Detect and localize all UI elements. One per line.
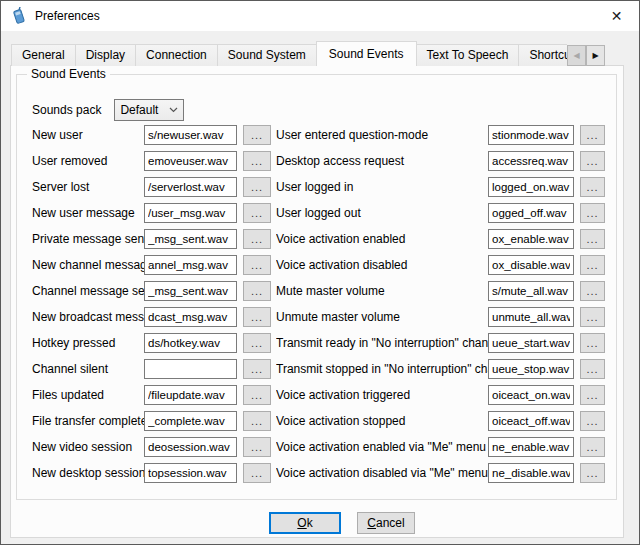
sound-file-input-right[interactable] (488, 385, 574, 405)
sounds-pack-select[interactable]: Default (114, 99, 184, 121)
browse-button-left[interactable]: ... (243, 463, 271, 483)
cancel-button[interactable]: Cancel (357, 512, 415, 534)
browse-button-right[interactable]: ... (580, 125, 605, 145)
event-label-right: Transmit ready in "No interruption" chan… (276, 333, 488, 353)
event-label-left: Hotkey pressed (32, 333, 144, 353)
sound-file-input-left[interactable] (144, 385, 237, 405)
event-label-right: Desktop access request (276, 151, 488, 171)
browse-button-left[interactable]: ... (243, 151, 271, 171)
browse-button-right[interactable]: ... (580, 437, 605, 457)
tab-scroll-left-button[interactable]: ◀ (567, 45, 586, 66)
browse-button-right[interactable]: ... (580, 333, 605, 353)
sound-file-input-right[interactable] (488, 411, 574, 431)
sound-file-input-right[interactable] (488, 437, 574, 457)
titlebar[interactable]: Preferences ✕ (1, 1, 639, 31)
browse-button-right[interactable]: ... (580, 177, 605, 197)
sound-file-input-left[interactable] (144, 229, 237, 249)
sounds-pack-label: Sounds pack (32, 103, 101, 117)
browse-button-left[interactable]: ... (243, 333, 271, 353)
ok-button[interactable]: Ok (269, 512, 341, 534)
sound-file-input-left[interactable] (144, 125, 237, 145)
sound-file-input-right[interactable] (488, 463, 574, 483)
browse-button-left[interactable]: ... (243, 229, 271, 249)
tab-display[interactable]: Display (75, 44, 136, 66)
browse-button-right[interactable]: ... (580, 307, 605, 327)
sound-event-row: Channel message sent ... Mute master vol… (17, 281, 616, 301)
event-label-right: Voice activation stopped (276, 411, 488, 431)
browse-button-left[interactable]: ... (243, 385, 271, 405)
sound-event-row: Server lost ... User logged in ... (17, 177, 616, 197)
sound-file-input-left[interactable] (144, 151, 237, 171)
browse-button-left[interactable]: ... (243, 359, 271, 379)
event-label-right: Unmute master volume (276, 307, 488, 327)
sound-file-input-left[interactable] (144, 255, 237, 275)
sound-file-input-left[interactable] (144, 463, 237, 483)
browse-button-right[interactable]: ... (580, 411, 605, 431)
sound-file-input-right[interactable] (488, 281, 574, 301)
event-label-right: Mute master volume (276, 281, 488, 301)
sound-file-input-right[interactable] (488, 177, 574, 197)
tab-connection[interactable]: Connection (135, 44, 218, 66)
event-label-right: Transmit stopped in "No interruption" ch… (276, 359, 488, 379)
browse-button-left[interactable]: ... (243, 255, 271, 275)
arrow-right-icon: ▶ (592, 51, 598, 60)
browse-button-right[interactable]: ... (580, 203, 605, 223)
tab-text-to-speech[interactable]: Text To Speech (416, 44, 520, 66)
preferences-window: Preferences ✕ GeneralDisplayConnectionSo… (0, 0, 640, 545)
sound-file-input-left[interactable] (144, 307, 237, 327)
browse-button-left[interactable]: ... (243, 411, 271, 431)
sound-file-input-right[interactable] (488, 151, 574, 171)
browse-button-left[interactable]: ... (243, 281, 271, 301)
sound-event-rows: New user ... User entered question-mode … (17, 125, 616, 489)
browse-button-left[interactable]: ... (243, 177, 271, 197)
window-title: Preferences (35, 9, 100, 23)
browse-button-right[interactable]: ... (580, 255, 605, 275)
browse-button-right[interactable]: ... (580, 385, 605, 405)
sound-file-input-right[interactable] (488, 307, 574, 327)
event-label-left: New desktop session (32, 463, 144, 483)
sound-file-input-right[interactable] (488, 125, 574, 145)
browse-button-left[interactable]: ... (243, 437, 271, 457)
tab-sound-events[interactable]: Sound Events (316, 41, 417, 66)
browse-button-left[interactable]: ... (243, 125, 271, 145)
browse-button-right[interactable]: ... (580, 463, 605, 483)
sound-file-input-left[interactable] (144, 437, 237, 457)
tab-general[interactable]: General (11, 44, 76, 66)
event-label-left: New user (32, 125, 144, 145)
sound-event-row: New desktop session ... Voice activation… (17, 463, 616, 483)
event-label-right: User logged out (276, 203, 488, 223)
browse-button-right[interactable]: ... (580, 359, 605, 379)
sound-event-row: Files updated ... Voice activation trigg… (17, 385, 616, 405)
app-icon (10, 7, 27, 25)
event-label-right: Voice activation enabled (276, 229, 488, 249)
tab-sound-system[interactable]: Sound System (217, 44, 317, 66)
event-label-right: Voice activation enabled via "Me" menu (276, 437, 488, 457)
event-label-right: User logged in (276, 177, 488, 197)
sound-file-input-left[interactable] (144, 177, 237, 197)
sound-file-input-right[interactable] (488, 359, 574, 379)
event-label-left: New video session (32, 437, 144, 457)
sound-file-input-right[interactable] (488, 333, 574, 353)
sound-file-input-left[interactable] (144, 333, 237, 353)
sound-event-row: New user ... User entered question-mode … (17, 125, 616, 145)
event-label-left: Private message sent (32, 229, 144, 249)
browse-button-right[interactable]: ... (580, 151, 605, 171)
tab-scroll-right-button[interactable]: ▶ (586, 45, 605, 66)
sound-file-input-left[interactable] (144, 359, 237, 379)
browse-button-right[interactable]: ... (580, 229, 605, 249)
sound-file-input-right[interactable] (488, 255, 574, 275)
sound-event-row: New user message ... User logged out ... (17, 203, 616, 223)
event-label-left: File transfer complete (32, 411, 144, 431)
sound-file-input-right[interactable] (488, 229, 574, 249)
browse-button-left[interactable]: ... (243, 203, 271, 223)
tab-shortcuts[interactable]: Shortcuts (518, 44, 567, 66)
close-icon[interactable]: ✕ (594, 1, 639, 30)
sound-file-input-left[interactable] (144, 281, 237, 301)
chevron-down-icon (169, 107, 178, 113)
event-label-right: Voice activation triggered (276, 385, 488, 405)
sound-file-input-left[interactable] (144, 411, 237, 431)
sound-file-input-left[interactable] (144, 203, 237, 223)
sound-file-input-right[interactable] (488, 203, 574, 223)
browse-button-right[interactable]: ... (580, 281, 605, 301)
browse-button-left[interactable]: ... (243, 307, 271, 327)
